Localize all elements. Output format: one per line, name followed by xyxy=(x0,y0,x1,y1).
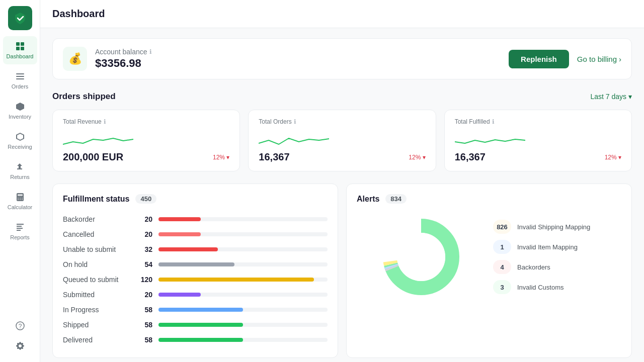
sidebar-item-settings[interactable] xyxy=(3,336,37,356)
account-balance-bar: 💰 Account balance ℹ $3356.98 Replenish G… xyxy=(52,38,632,79)
svg-point-7 xyxy=(20,198,21,199)
main-content: Dashboard 💰 Account balance ℹ $3356.98 R… xyxy=(40,0,644,362)
orders-shipped-title: Orders shipped xyxy=(52,92,116,102)
fulfillment-bar-track xyxy=(158,308,328,312)
fulfillment-row-count: 20 xyxy=(134,230,152,238)
stat-change-revenue: 12% ▾ xyxy=(213,154,229,161)
legend-label: Invalid Customs xyxy=(517,284,564,291)
alerts-card-header: Alerts 834 xyxy=(357,194,621,204)
stat-label-fulfilled: Total Fulfilled ℹ xyxy=(455,118,621,125)
fulfillment-badge: 450 xyxy=(135,194,156,204)
legend-count: 3 xyxy=(493,280,511,294)
fulfillment-row: Queued to submit 120 xyxy=(63,272,328,287)
legend-item: 1 Invalid Item Mapping xyxy=(493,240,621,254)
fulfillment-card: Fulfillment status 450 Backorder 20 Canc… xyxy=(52,184,338,358)
fulfilled-info-icon[interactable]: ℹ xyxy=(492,118,495,125)
revenue-sparkline xyxy=(63,129,133,149)
sidebar-item-reports-label: Reports xyxy=(10,234,30,240)
fulfillment-bar-fill xyxy=(158,262,234,266)
balance-icon: 💰 xyxy=(63,47,87,71)
stat-bottom-revenue: 200,000 EUR 12% ▾ xyxy=(63,151,229,163)
fulfillment-row: Submitted 20 xyxy=(63,287,328,302)
sidebar-item-returns-label: Returns xyxy=(10,174,30,180)
fulfillment-bar-track xyxy=(158,293,328,297)
two-col-section: Fulfillment status 450 Backorder 20 Canc… xyxy=(52,184,632,358)
fulfillment-row-count: 20 xyxy=(134,215,152,223)
alerts-content: 826 Invalid Shipping Mapping 1 Invalid I… xyxy=(357,212,621,302)
fulfillment-row: Cancelled 20 xyxy=(63,227,328,242)
legend-item: 3 Invalid Customs xyxy=(493,280,621,294)
fulfillment-row-label: In Progress xyxy=(63,306,128,314)
fulfilled-sparkline xyxy=(455,129,525,149)
svg-point-9 xyxy=(18,199,19,200)
svg-text:?: ? xyxy=(18,323,22,330)
svg-point-6 xyxy=(18,198,19,199)
sidebar-item-returns[interactable]: Returns xyxy=(3,157,37,185)
fulfillment-row-label: Backorder xyxy=(63,215,128,223)
donut-chart xyxy=(376,212,466,302)
fulfillment-bar-fill xyxy=(158,247,218,251)
fulfillment-bar-fill xyxy=(158,217,201,221)
balance-actions: Replenish Go to billing › xyxy=(509,50,621,68)
sidebar-item-receiving[interactable]: Receiving xyxy=(3,127,37,155)
sidebar-item-orders-label: Orders xyxy=(12,83,29,89)
balance-info-icon[interactable]: ℹ xyxy=(149,48,152,55)
fulfillment-row-label: Cancelled xyxy=(63,230,128,238)
sidebar-item-reports[interactable]: Reports xyxy=(3,217,37,245)
fulfillment-row: In Progress 58 xyxy=(63,302,328,317)
fulfillment-bar-fill xyxy=(158,323,243,327)
sidebar-item-calculator[interactable]: Calculator xyxy=(3,187,37,215)
sidebar-item-calculator-label: Calculator xyxy=(8,204,33,210)
legend-label: Invalid Shipping Mapping xyxy=(517,223,590,231)
legend-item: 4 Backorders xyxy=(493,260,621,274)
fulfillment-card-header: Fulfillment status 450 xyxy=(63,194,328,204)
sidebar-item-inventory[interactable]: Inventory xyxy=(3,97,37,125)
fulfillment-row-label: Shipped xyxy=(63,321,128,329)
sidebar-item-inventory-label: Inventory xyxy=(9,114,31,120)
stat-label-orders: Total Orders ℹ xyxy=(259,118,425,125)
sidebar-item-orders[interactable]: Orders xyxy=(3,66,37,95)
sidebar-item-dashboard[interactable]: Dashboard xyxy=(3,36,37,64)
sidebar-item-receiving-label: Receiving xyxy=(8,144,32,150)
fulfillment-bar-fill xyxy=(158,293,201,297)
svg-rect-3 xyxy=(21,47,24,50)
legend-count: 826 xyxy=(493,220,511,234)
sidebar-item-help[interactable]: ? xyxy=(3,316,37,336)
page-title: Dashboard xyxy=(52,8,632,20)
fulfillment-row-label: On hold xyxy=(63,260,128,268)
stat-bottom-fulfilled: 16,367 12% ▾ xyxy=(455,151,621,163)
svg-rect-2 xyxy=(16,47,20,50)
legend-label: Invalid Item Mapping xyxy=(517,243,578,251)
orders-info-icon[interactable]: ℹ xyxy=(294,118,296,125)
donut-wrapper xyxy=(357,212,485,302)
legend-count: 4 xyxy=(493,260,511,274)
fulfillment-row-label: Delivered xyxy=(63,336,128,344)
svg-point-10 xyxy=(20,199,21,200)
alerts-legend: 826 Invalid Shipping Mapping 1 Invalid I… xyxy=(493,220,621,294)
svg-rect-5 xyxy=(18,194,23,196)
svg-point-11 xyxy=(22,199,23,200)
revenue-info-icon[interactable]: ℹ xyxy=(104,118,106,125)
fulfillment-bar-track xyxy=(158,262,328,266)
svg-point-18 xyxy=(397,233,445,281)
stat-value-orders: 16,367 xyxy=(259,151,289,163)
fulfillment-row-count: 58 xyxy=(134,321,152,329)
fulfillment-row-label: Queued to submit xyxy=(63,276,128,284)
fulfillment-row: Shipped 58 xyxy=(63,317,328,332)
content-area: 💰 Account balance ℹ $3356.98 Replenish G… xyxy=(40,28,644,362)
svg-point-8 xyxy=(22,198,23,199)
fulfillment-row: Delivered 58 xyxy=(63,332,328,347)
fulfillment-row: Backorder 20 xyxy=(63,212,328,227)
stat-value-revenue: 200,000 EUR xyxy=(63,151,123,163)
svg-rect-1 xyxy=(21,42,24,46)
orders-sparkline xyxy=(259,129,329,149)
balance-label: Account balance ℹ xyxy=(95,48,152,56)
replenish-button[interactable]: Replenish xyxy=(509,50,569,68)
date-filter[interactable]: Last 7 days ▾ xyxy=(590,93,632,101)
svg-rect-0 xyxy=(16,42,20,46)
sidebar-item-dashboard-label: Dashboard xyxy=(7,53,34,59)
stat-value-fulfilled: 16,367 xyxy=(455,151,486,163)
alerts-badge: 834 xyxy=(385,194,407,204)
alerts-title: Alerts xyxy=(357,195,379,204)
go-to-billing-button[interactable]: Go to billing › xyxy=(577,55,621,63)
